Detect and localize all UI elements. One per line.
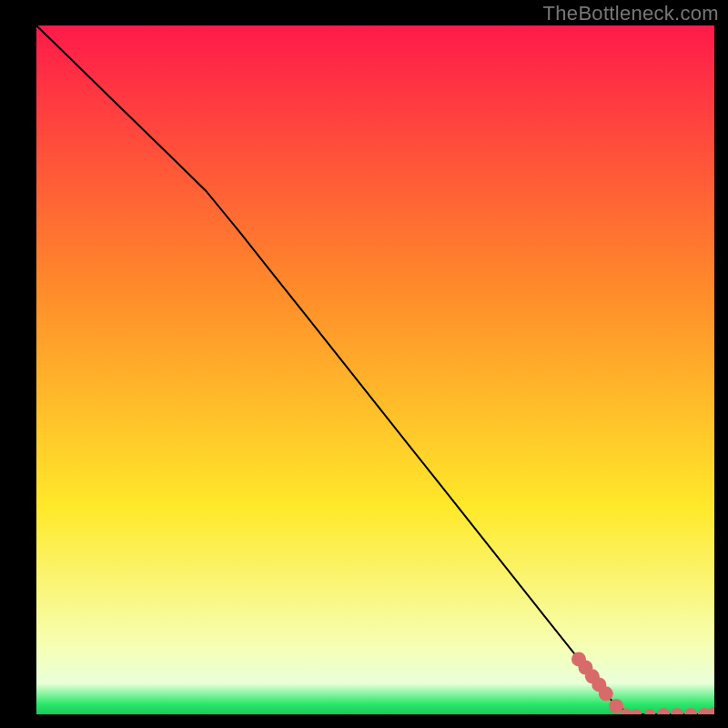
chart-svg	[36, 25, 714, 714]
chart-frame: TheBottleneck.com	[0, 0, 728, 728]
plot-area	[36, 25, 714, 714]
gradient-background	[36, 25, 714, 714]
watermark-text: TheBottleneck.com	[543, 2, 719, 25]
data-marker	[599, 686, 613, 701]
data-marker	[609, 699, 623, 713]
